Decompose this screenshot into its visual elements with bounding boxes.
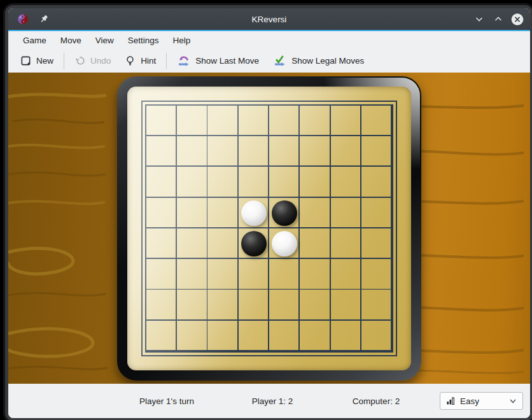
- game-area: [8, 73, 530, 384]
- kreversi-app-icon[interactable]: [17, 13, 29, 25]
- new-document-icon: [20, 55, 31, 66]
- player1-score-text: Player 1: 2: [252, 396, 293, 406]
- hint-button[interactable]: Hint: [118, 52, 163, 71]
- game-piece-white: [272, 231, 297, 256]
- difficulty-dropdown[interactable]: Easy: [440, 392, 523, 410]
- board-grid[interactable]: [145, 104, 393, 353]
- menu-help[interactable]: Help: [166, 33, 198, 48]
- turn-status-text: Player 1's turn: [139, 396, 194, 406]
- difficulty-selected-label: Easy: [460, 396, 504, 406]
- new-button-label: New: [36, 56, 53, 66]
- new-button[interactable]: New: [13, 52, 60, 71]
- game-piece-black: [241, 231, 267, 256]
- board-panel: [127, 87, 411, 370]
- menu-move[interactable]: Move: [53, 33, 88, 48]
- difficulty-bars-icon: [445, 396, 456, 406]
- undo-button-label: Undo: [90, 56, 111, 66]
- undo-button[interactable]: Undo: [67, 52, 118, 71]
- show-legal-moves-button[interactable]: Show Legal Moves: [266, 52, 371, 71]
- game-piece-black: [272, 200, 297, 226]
- hint-button-label: Hint: [141, 56, 156, 66]
- menu-view[interactable]: View: [88, 33, 121, 48]
- toolbar-separator: [64, 53, 64, 69]
- show-last-move-button[interactable]: Show Last Move: [170, 52, 266, 71]
- titlebar: KReversi: [8, 8, 530, 30]
- window-title: KReversi: [8, 15, 530, 24]
- statusbar: Player 1's turn Player 1: 2 Computer: 2 …: [8, 384, 530, 418]
- undo-icon: [74, 55, 85, 66]
- menubar: Game Move View Settings Help: [8, 31, 530, 49]
- computer-score-text: Computer: 2: [353, 396, 400, 406]
- board-grid-outline: [141, 101, 397, 356]
- menu-settings[interactable]: Settings: [121, 33, 166, 48]
- minimize-icon[interactable]: [473, 13, 486, 25]
- toolbar: New Undo Hint: [8, 49, 530, 73]
- last-move-arrow-icon: [177, 54, 190, 67]
- dropdown-chevron-icon: [508, 396, 517, 405]
- toolbar-separator: [166, 53, 167, 69]
- maximize-icon[interactable]: [492, 13, 505, 25]
- legal-moves-check-icon: [273, 54, 286, 67]
- game-piece-white: [241, 200, 267, 226]
- show-last-move-label: Show Last Move: [195, 56, 259, 66]
- window-controls: [473, 13, 524, 25]
- board-frame: [117, 76, 421, 381]
- hint-lightbulb-icon: [125, 55, 136, 66]
- kreversi-window: KReversi Game Move View Settings Help: [5, 5, 532, 420]
- close-icon[interactable]: [511, 13, 524, 25]
- menu-game[interactable]: Game: [16, 33, 53, 48]
- pin-icon[interactable]: [39, 14, 49, 24]
- show-legal-moves-label: Show Legal Moves: [291, 56, 364, 66]
